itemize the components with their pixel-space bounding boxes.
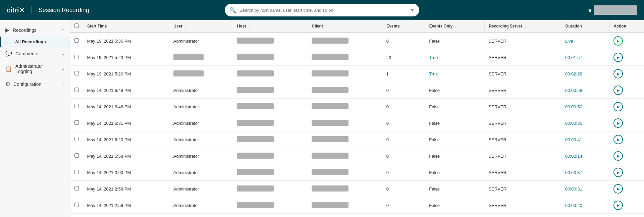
cell-action: ▶ [609, 66, 644, 82]
play-button[interactable]: ▶ [613, 118, 623, 128]
client-redacted [312, 202, 348, 208]
play-button[interactable]: ▶ [613, 53, 623, 62]
search-dropdown-icon[interactable]: ▼ [410, 7, 415, 13]
row-select-checkbox[interactable] [74, 104, 79, 108]
duration-link[interactable]: 00:00:58 [565, 88, 582, 93]
th-client[interactable]: Client ↕ [308, 20, 382, 33]
play-button[interactable]: ▶ [613, 168, 623, 177]
cell-events: 0 [382, 148, 425, 164]
th-duration[interactable]: Duration ↕ [561, 20, 609, 33]
cell-host [233, 99, 308, 115]
row-select-checkbox[interactable] [74, 186, 79, 191]
cell-events: 0 [382, 197, 425, 214]
host-redacted [237, 54, 274, 60]
play-button[interactable]: ▶ [613, 184, 623, 194]
table-row: May 14, 2021 2:58 PMAdministrator0FalseS… [70, 181, 644, 197]
play-button[interactable]: ▶ [613, 201, 623, 210]
cell-start-time: May 19, 2021 5:20 PM [83, 66, 169, 82]
sort-events-only-icon: ↕ [455, 24, 457, 28]
cell-host [233, 33, 308, 49]
header: citri⨯ Session Recording 🔍 ▼ hi [0, 0, 644, 20]
row-select-checkbox[interactable] [74, 55, 79, 59]
sidebar-item-recordings-label: Recordings [13, 28, 37, 33]
row-select-checkbox[interactable] [74, 170, 79, 174]
row-select-checkbox[interactable] [74, 153, 79, 158]
client-redacted [312, 87, 348, 93]
sidebar-item-admin-logging[interactable]: 📋 Administrator Logging ⌄ [0, 60, 70, 77]
cell-action: ▶ [609, 131, 644, 148]
cell-user: Administrator [169, 181, 233, 197]
th-start-time-label: Start Time [87, 24, 107, 29]
row-checkbox-cell [70, 148, 83, 164]
sidebar-item-configuration[interactable]: ⚙ Configuration ⌄ [0, 77, 70, 91]
cell-user [169, 66, 233, 82]
header-user: hi [588, 5, 637, 15]
user-redacted [173, 54, 204, 60]
host-redacted [237, 87, 274, 93]
row-select-checkbox[interactable] [74, 203, 79, 207]
play-button[interactable]: ▶ [613, 102, 623, 111]
sidebar-item-recordings[interactable]: ▶ Recordings ⌃ [0, 23, 70, 37]
cell-client [308, 131, 382, 148]
th-events[interactable]: Events ↕ [382, 20, 425, 33]
select-all-checkbox[interactable] [74, 23, 79, 28]
play-button[interactable]: ▶ [613, 69, 623, 78]
row-select-checkbox[interactable] [74, 71, 79, 75]
recordings-chevron: ⌃ [61, 28, 65, 33]
row-select-checkbox[interactable] [74, 137, 79, 141]
row-select-checkbox[interactable] [74, 120, 79, 125]
play-button[interactable]: ▶ [613, 151, 623, 161]
duration-link[interactable]: 00:01:57 [565, 55, 582, 60]
duration-link[interactable]: 00:00:35 [565, 121, 582, 126]
admin-logging-icon: 📋 [5, 66, 12, 72]
recordings-table-wrap: Start Time ↕ User ↕ Host ↕ Client [70, 20, 644, 214]
th-start-time[interactable]: Start Time ↕ [83, 20, 169, 33]
duration-link[interactable]: 00:02:14 [565, 154, 582, 159]
select-all-header [70, 20, 83, 33]
sidebar-item-comments[interactable]: 💬 Comments ⌄ [0, 47, 70, 60]
th-action: Action [609, 20, 644, 33]
cell-client [308, 164, 382, 181]
duration-link[interactable]: 00:02:28 [565, 71, 582, 76]
host-redacted [237, 70, 274, 76]
cell-user: Administrator [169, 99, 233, 115]
cell-host [233, 66, 308, 82]
duration-link[interactable]: 00:00:40 [565, 203, 582, 208]
duration-link[interactable]: 00:00:41 [565, 137, 582, 142]
th-host-label: Host [237, 24, 246, 29]
sidebar-item-all-recordings[interactable]: All Recordings [0, 37, 70, 47]
th-host[interactable]: Host ↕ [233, 20, 308, 33]
play-button[interactable]: ▶ [613, 135, 623, 144]
app-logo: citri⨯ Session Recording [7, 6, 89, 14]
sort-client-icon: ↕ [325, 24, 327, 28]
th-events-only-label: Events Only [429, 24, 452, 29]
cell-client [308, 82, 382, 99]
cell-duration: 00:00:40 [561, 197, 609, 214]
cell-events: 0 [382, 82, 425, 99]
duration-link[interactable]: 00:00:50 [565, 104, 582, 109]
row-select-checkbox[interactable] [74, 88, 79, 92]
cell-recording-server: SERVER [485, 197, 561, 214]
cell-events: 0 [382, 99, 425, 115]
cell-events: 0 [382, 131, 425, 148]
live-link[interactable]: Live [565, 39, 573, 44]
row-select-checkbox[interactable] [74, 38, 79, 43]
duration-link[interactable]: 00:00:37 [565, 170, 582, 175]
duration-link[interactable]: 00:00:31 [565, 186, 582, 192]
table-row: May 14, 2021 3:00 PMAdministrator0FalseS… [70, 164, 644, 181]
th-recording-server[interactable]: Recording Server ↕ [485, 20, 561, 33]
cell-start-time: May 14, 2021 2:56 PM [83, 197, 169, 214]
sort-user-icon: ↕ [185, 24, 186, 28]
play-button[interactable]: ▶ [613, 86, 623, 95]
cell-recording-server: SERVER [485, 164, 561, 181]
th-events-only[interactable]: Events Only ↕ [425, 20, 484, 33]
cell-start-time: May 19, 2021 5:36 PM [83, 33, 169, 49]
live-play-button[interactable]: ▶ [613, 36, 623, 46]
cell-recording-server: SERVER [485, 131, 561, 148]
row-checkbox-cell [70, 181, 83, 197]
cell-user: Administrator [169, 131, 233, 148]
th-user[interactable]: User ↕ [169, 20, 233, 33]
search-input[interactable] [225, 4, 419, 16]
cell-host [233, 82, 308, 99]
row-checkbox-cell [70, 99, 83, 115]
